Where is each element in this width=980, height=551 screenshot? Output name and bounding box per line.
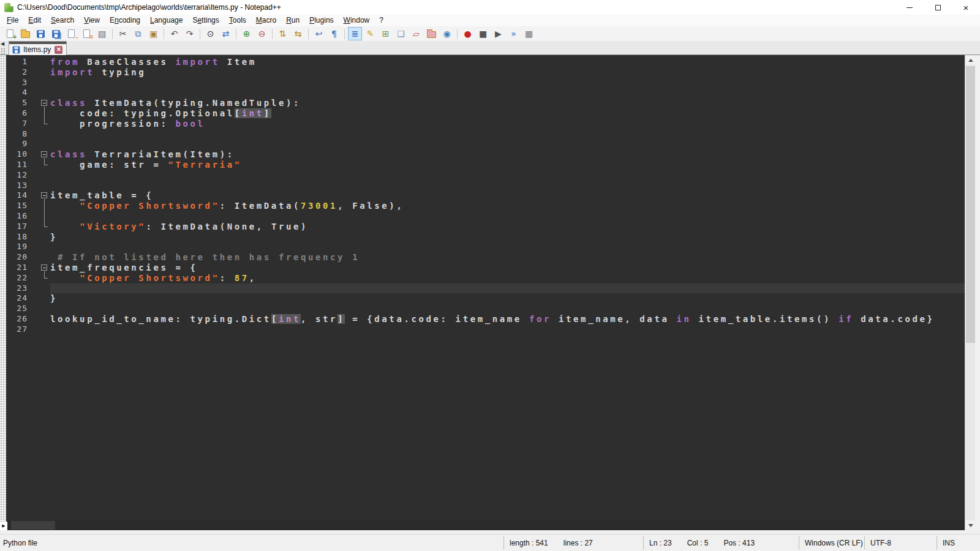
- fold-margin[interactable]: [39, 119, 50, 129]
- code-line-19[interactable]: 19: [6, 242, 965, 252]
- save-recorded-macro-button[interactable]: ▦: [522, 27, 536, 40]
- bookmark-margin[interactable]: [29, 139, 39, 149]
- bookmark-margin[interactable]: [29, 160, 39, 170]
- bookmark-margin[interactable]: [29, 190, 39, 201]
- fold-margin[interactable]: [39, 67, 50, 78]
- code-text[interactable]: import typing: [50, 67, 965, 78]
- fold-margin[interactable]: [39, 242, 50, 252]
- code-line-9[interactable]: 9: [6, 139, 965, 149]
- new-file-button[interactable]: +: [3, 27, 17, 40]
- indent-guide-button[interactable]: ≣: [348, 27, 362, 40]
- code-text[interactable]: [50, 139, 965, 149]
- code-line-3[interactable]: 3: [6, 78, 965, 88]
- menu-language[interactable]: Language: [145, 15, 187, 26]
- dock-splitter-strip[interactable]: [0, 55, 6, 530]
- code-text[interactable]: [50, 88, 965, 98]
- horizontal-scrollbar[interactable]: [6, 520, 965, 530]
- bookmark-margin[interactable]: [29, 211, 39, 222]
- menu-file[interactable]: File: [2, 15, 23, 26]
- code-line-10[interactable]: 10class TerrariaItem(Item):: [6, 149, 965, 160]
- paste-button[interactable]: ▣: [146, 27, 160, 40]
- word-wrap-button[interactable]: ↩: [312, 27, 326, 40]
- code-text[interactable]: [50, 129, 965, 140]
- code-line-11[interactable]: 11 game: str = "Terraria": [6, 160, 965, 170]
- code-line-8[interactable]: 8: [6, 129, 965, 140]
- fold-collapse-icon[interactable]: [41, 151, 47, 157]
- code-text[interactable]: }: [50, 293, 965, 304]
- bookmark-margin[interactable]: [29, 283, 39, 294]
- fold-margin[interactable]: [39, 129, 50, 140]
- bookmark-margin[interactable]: [29, 293, 39, 304]
- edit-udl-button[interactable]: ▱: [409, 27, 423, 40]
- code-line-24[interactable]: 24}: [6, 293, 965, 304]
- close-all-button[interactable]: =: [80, 27, 94, 40]
- bookmark-margin[interactable]: [29, 78, 39, 88]
- vertical-scrollbar[interactable]: [965, 55, 975, 530]
- code-line-17[interactable]: 17 "Victory": ItemData(None, True): [6, 222, 965, 232]
- bookmark-margin[interactable]: [29, 88, 39, 98]
- fold-margin[interactable]: [39, 304, 50, 314]
- code-text[interactable]: "Victory": ItemData(None, True): [50, 222, 965, 232]
- code-line-27[interactable]: 27: [6, 324, 965, 335]
- bookmark-margin[interactable]: [29, 324, 39, 335]
- code-text[interactable]: class ItemData(typing.NamedTuple):: [50, 98, 965, 108]
- fold-margin[interactable]: [39, 232, 50, 242]
- code-text[interactable]: [50, 283, 965, 294]
- code-text[interactable]: [50, 304, 965, 314]
- menu-plugins[interactable]: Plugins: [304, 15, 338, 26]
- redo-button[interactable]: ↷: [183, 27, 197, 40]
- code-line-15[interactable]: 15 "Copper Shortsword": ItemData(73001, …: [6, 201, 965, 211]
- bookmark-margin[interactable]: [29, 201, 39, 211]
- show-all-characters-button[interactable]: ¶: [327, 27, 341, 40]
- fold-margin[interactable]: [39, 78, 50, 88]
- fold-collapse-icon[interactable]: [41, 100, 47, 106]
- code-text[interactable]: game: str = "Terraria": [50, 160, 965, 170]
- fold-margin[interactable]: [39, 273, 50, 283]
- macro-play-button[interactable]: ▶: [491, 27, 505, 40]
- editor-surface[interactable]: 1from BaseClasses import Item2import typ…: [6, 55, 965, 520]
- code-text[interactable]: item_table = {: [50, 190, 965, 201]
- bookmark-margin[interactable]: [29, 273, 39, 283]
- bookmark-margin[interactable]: [29, 314, 39, 324]
- fold-margin[interactable]: [39, 181, 50, 191]
- fold-margin[interactable]: [39, 149, 50, 160]
- folder-as-workspace-button[interactable]: [424, 27, 439, 40]
- code-line-21[interactable]: 21item_frequencies = {: [6, 263, 965, 273]
- menu-edit[interactable]: Edit: [23, 15, 46, 26]
- status-eol-format[interactable]: Windows (CR LF): [799, 536, 864, 550]
- sync-horizontal-scroll-button[interactable]: ⇆: [291, 27, 305, 40]
- code-line-26[interactable]: 26lookup_id_to_name: typing.Dict[int, st…: [6, 314, 965, 324]
- bookmark-margin[interactable]: [29, 252, 39, 263]
- bookmark-margin[interactable]: [29, 181, 39, 191]
- bookmark-margin[interactable]: [29, 119, 39, 129]
- code-text[interactable]: }: [50, 232, 965, 242]
- save-all-button[interactable]: [49, 27, 63, 40]
- code-text[interactable]: [50, 78, 965, 88]
- fold-margin[interactable]: [39, 263, 50, 273]
- maximize-button[interactable]: [924, 0, 952, 15]
- code-line-16[interactable]: 16: [6, 211, 965, 222]
- fold-collapse-icon[interactable]: [41, 264, 47, 271]
- scroll-left-button[interactable]: ▶: [0, 522, 7, 530]
- menu-view[interactable]: View: [79, 15, 105, 26]
- code-text[interactable]: item_frequencies = {: [50, 263, 965, 273]
- bookmark-margin[interactable]: [29, 57, 39, 67]
- menu-macro[interactable]: Macro: [251, 15, 281, 26]
- bookmark-margin[interactable]: [29, 98, 39, 108]
- bookmark-margin[interactable]: [29, 232, 39, 242]
- code-line-14[interactable]: 14item_table = {: [6, 190, 965, 201]
- fold-margin[interactable]: [39, 293, 50, 304]
- tab-items-py[interactable]: Items.py ✕: [9, 41, 67, 55]
- code-line-7[interactable]: 7 progression: bool: [6, 119, 965, 129]
- bookmark-margin[interactable]: [29, 170, 39, 181]
- fold-collapse-icon[interactable]: [41, 192, 47, 198]
- code-text[interactable]: code: typing.Optional[int]: [50, 108, 965, 119]
- code-line-6[interactable]: 6 code: typing.Optional[int]: [6, 108, 965, 119]
- bookmark-margin[interactable]: [29, 108, 39, 119]
- find-button[interactable]: ⊙: [203, 27, 217, 40]
- code-line-20[interactable]: 20 # If not listed here then has frequen…: [6, 252, 965, 263]
- code-text[interactable]: [50, 242, 965, 252]
- cut-button[interactable]: ✂: [116, 27, 130, 40]
- document-switcher-button[interactable]: ❏: [394, 27, 408, 40]
- menu-window[interactable]: Window: [339, 15, 375, 26]
